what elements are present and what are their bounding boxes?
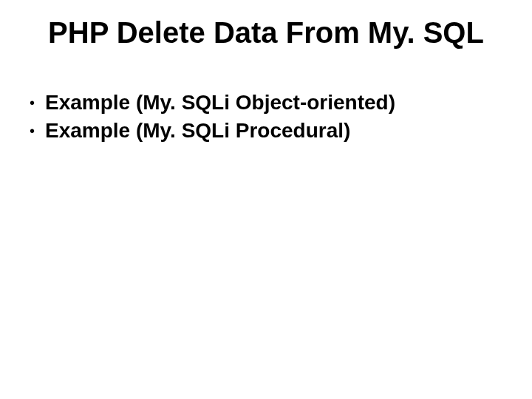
list-item: • Example (My. SQLi Object-oriented) <box>28 90 504 115</box>
bullet-text: Example (My. SQLi Object-oriented) <box>45 90 395 115</box>
slide-title: PHP Delete Data From My. SQL <box>0 16 532 50</box>
bullet-icon: • <box>30 118 35 143</box>
list-item: • Example (My. SQLi Procedural) <box>28 118 504 143</box>
slide-body: • Example (My. SQLi Object-oriented) • E… <box>28 90 504 146</box>
bullet-icon: • <box>30 90 35 115</box>
bullet-text: Example (My. SQLi Procedural) <box>45 118 350 143</box>
slide: PHP Delete Data From My. SQL • Example (… <box>0 0 532 399</box>
